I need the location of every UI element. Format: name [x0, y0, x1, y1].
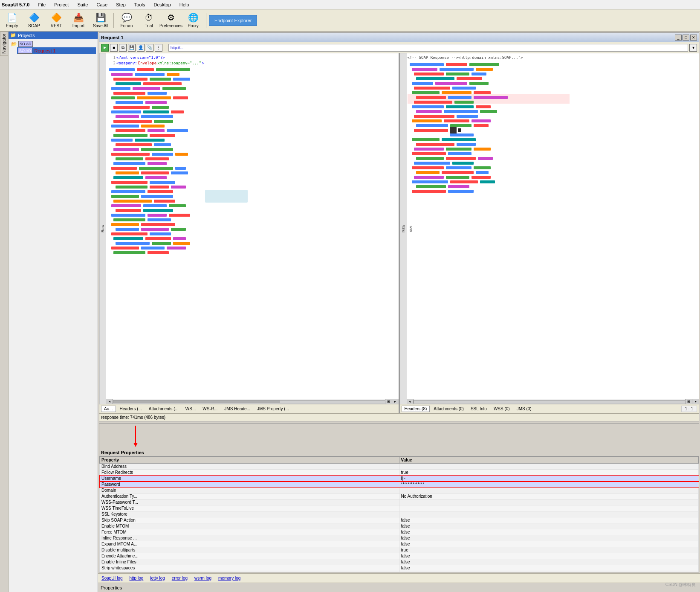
svg-rect-167	[416, 185, 446, 188]
menu-desktop[interactable]: Desktop	[152, 2, 173, 8]
svg-rect-34	[167, 129, 188, 132]
tab-jms-header[interactable]: JMS Heade...	[221, 406, 253, 412]
tab-ssl-info[interactable]: SSL Info	[468, 406, 490, 412]
tab-ws[interactable]: WS...	[182, 406, 199, 412]
soap-button[interactable]: 🔷 SOAP	[24, 11, 44, 30]
clone-button[interactable]: ⧉	[119, 44, 127, 52]
tab-jms[interactable]: JMS (0)	[514, 406, 535, 412]
table-row[interactable]: Follow Redirectstrue	[100, 470, 699, 476]
table-row[interactable]: Inline Response ...false	[100, 535, 699, 541]
minimize-button[interactable]: _	[675, 35, 682, 41]
scroll-thumb[interactable]	[113, 400, 392, 403]
import-button[interactable]: 📥 Import	[68, 11, 89, 30]
maximize-button[interactable]: □	[683, 35, 689, 41]
table-row[interactable]: Domain	[100, 488, 699, 493]
project-item[interactable]: 📂 SO AD	[10, 41, 96, 47]
table-row[interactable]: Authentication Ty...No Authorization	[100, 493, 699, 499]
log-memory[interactable]: memory log	[217, 575, 242, 581]
request-item[interactable]: SO AD Request 1	[17, 47, 96, 54]
forum-button[interactable]: 💬 Forum	[116, 11, 137, 30]
menu-tools[interactable]: Tools	[133, 2, 147, 8]
table-row[interactable]: Usernamel|~	[100, 476, 699, 482]
rest-button[interactable]: 🔶 REST	[46, 11, 67, 30]
menu-case[interactable]: Case	[95, 2, 109, 8]
prop-value	[399, 488, 699, 493]
empty-label: Empty	[6, 23, 18, 28]
prop-value: false	[399, 523, 699, 529]
svg-rect-126	[416, 110, 442, 113]
table-row[interactable]: Remove Empty C...false	[100, 571, 699, 572]
menu-project[interactable]: Project	[52, 2, 70, 8]
attach-button[interactable]: 📎	[146, 44, 153, 52]
tab-wss[interactable]: WSS (0)	[491, 406, 513, 412]
table-row[interactable]: WSS-Password T...	[100, 499, 699, 505]
response-xml-content[interactable]: <!-- SOAP Response --><http:domain xmlns…	[407, 53, 699, 399]
resp-scroll-track[interactable]	[414, 400, 692, 403]
table-row[interactable]: Password**************	[100, 482, 699, 488]
request-hscroll[interactable]: ◂ ▸ ⊞	[106, 399, 399, 404]
table-row[interactable]: WSS TimeToLive	[100, 505, 699, 511]
resp-scroll-right-btn[interactable]: ▸	[692, 399, 699, 404]
format-btn[interactable]: ⊞	[385, 399, 392, 404]
run-button[interactable]: ▶	[101, 44, 109, 52]
properties-table-container[interactable]: Property Value Bind AddressFollow Redire…	[99, 456, 699, 572]
tab-headers[interactable]: Headers (...	[117, 406, 145, 412]
save-all-button[interactable]: 💾 Save All	[90, 11, 111, 30]
table-row[interactable]: Force MTOMfalse	[100, 529, 699, 535]
endpoint-explorer-button[interactable]: Endpoint Explorer	[209, 15, 257, 26]
resp-format-btn[interactable]: ⊞	[685, 399, 692, 404]
proxy-button[interactable]: 🌐 Proxy	[183, 11, 203, 30]
log-wsrm[interactable]: wsrm log	[193, 575, 213, 581]
save-request-button[interactable]: 💾	[128, 44, 136, 52]
table-row[interactable]: Skip SOAP Actionfalse	[100, 517, 699, 523]
table-row[interactable]: Strip whitespacesfalse	[100, 565, 699, 571]
soap-label: SOAP	[28, 23, 40, 28]
preferences-button[interactable]: ⚙ Preferences	[161, 11, 181, 30]
svg-rect-27	[141, 115, 173, 118]
resp-scroll-left-btn[interactable]: ◂	[407, 399, 414, 404]
user-button[interactable]: 👤	[137, 44, 145, 52]
scroll-left-btn[interactable]: ◂	[106, 399, 113, 404]
menu-help[interactable]: Help	[178, 2, 191, 8]
table-row[interactable]: Enable Inline Filesfalse	[100, 559, 699, 565]
empty-button[interactable]: 📄 Empty	[2, 11, 22, 30]
log-soapui[interactable]: SoapUI log	[100, 575, 124, 581]
navigator-tab[interactable]: Navigator	[0, 32, 8, 56]
table-row[interactable]: SSL Keystore	[100, 511, 699, 517]
menu-step[interactable]: Step	[114, 2, 127, 8]
svg-rect-160	[476, 171, 489, 174]
prop-value: false	[399, 541, 699, 547]
table-row[interactable]: Bind Address	[100, 464, 699, 470]
tab-resp-headers[interactable]: Headers (8)	[402, 406, 430, 412]
request-xml-content[interactable]: 1<?xml version="1.0"?> 2<soapenv:Envelop…	[106, 53, 399, 399]
tab-auth[interactable]: Au...	[101, 406, 116, 412]
forum-icon: 💬	[121, 12, 132, 23]
table-row[interactable]: Encode Attachme...false	[100, 553, 699, 559]
more-button[interactable]: ⋮	[155, 44, 162, 52]
response-hscroll[interactable]: ◂ ▸ ⊞	[407, 399, 699, 404]
menu-file[interactable]: File	[36, 2, 47, 8]
tab-wsr[interactable]: WS-R...	[200, 406, 220, 412]
prop-value	[399, 505, 699, 511]
table-row[interactable]: Enable MTOMfalse	[100, 523, 699, 529]
scroll-right-btn[interactable]: ▸	[392, 399, 399, 404]
svg-rect-85	[111, 232, 148, 235]
svg-rect-111	[469, 82, 489, 85]
close-button[interactable]: ✕	[690, 35, 697, 41]
prop-value: false	[399, 571, 699, 572]
xml-simulation: 1<?xml version="1.0"?> 2<soapenv:Envelop…	[106, 53, 399, 260]
stop-button[interactable]: ■	[110, 44, 118, 52]
tab-resp-attachments[interactable]: Attachments (0)	[431, 406, 467, 412]
table-row[interactable]: Expand MTOM A...false	[100, 541, 699, 547]
properties-bottom-tab[interactable]: Properties	[98, 583, 700, 592]
log-http[interactable]: http log	[127, 575, 145, 581]
tab-attachments[interactable]: Attachments (...	[146, 406, 182, 412]
table-row[interactable]: Disable multipartstrue	[100, 547, 699, 553]
tab-jms-property[interactable]: JMS Property (...	[254, 406, 292, 412]
log-jetty[interactable]: jetty log	[148, 575, 166, 581]
log-error[interactable]: error log	[170, 575, 189, 581]
url-settings-button[interactable]: ▾	[689, 44, 697, 52]
menu-suite[interactable]: Suite	[75, 2, 90, 8]
trial-button[interactable]: ⏱ Trial	[139, 11, 159, 30]
page-indicator: 1 : 1	[681, 406, 697, 412]
